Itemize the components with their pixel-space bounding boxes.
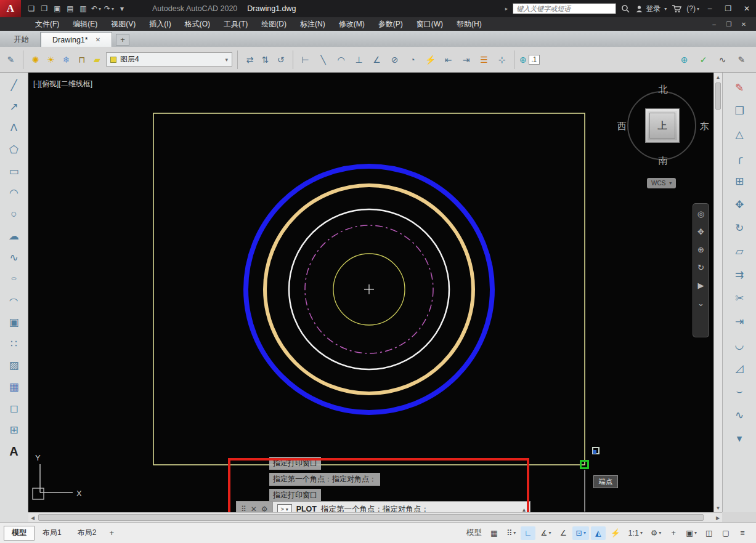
close-window-icon[interactable]: ✕ bbox=[738, 0, 756, 17]
curve-icon[interactable]: ∿ bbox=[715, 52, 730, 68]
menu-parametric[interactable]: 参数(P) bbox=[372, 17, 410, 31]
revcloud-tool-icon[interactable]: ☁ bbox=[5, 228, 23, 243]
showmotion-icon[interactable]: ▶ bbox=[696, 280, 707, 290]
text-tool-icon[interactable]: A bbox=[5, 444, 23, 459]
layer-freeze-icon[interactable]: ❄ bbox=[59, 52, 73, 68]
workspace-switching-icon-dropdown[interactable]: ▾ bbox=[659, 530, 661, 536]
tab-drawing1[interactable]: Drawing1* ✕ bbox=[41, 32, 112, 47]
viewcube-north-label[interactable]: 北 bbox=[659, 84, 668, 95]
dim-arc-icon[interactable]: ◠ bbox=[334, 52, 348, 68]
maximize-window-icon[interactable]: ❐ bbox=[719, 0, 738, 17]
more-tools-icon[interactable]: ▾ bbox=[730, 431, 749, 446]
layer-sun-icon[interactable]: ☀ bbox=[44, 52, 58, 68]
layer-select[interactable]: 图层4 ▾ bbox=[106, 52, 232, 66]
move-tool-icon[interactable]: ✥ bbox=[730, 197, 749, 212]
steering-wheel-icon[interactable]: ◎ bbox=[696, 209, 707, 219]
menu-draw[interactable]: 绘图(D) bbox=[254, 17, 293, 31]
customize-command-icon[interactable]: ⚙ bbox=[261, 505, 268, 512]
grip-icon[interactable]: ⠿ bbox=[241, 505, 246, 512]
open-file-icon[interactable]: ❐ bbox=[39, 2, 50, 15]
gradient-tool-icon[interactable]: ▦ bbox=[5, 379, 23, 394]
viewcube-west-label[interactable]: 西 bbox=[617, 121, 627, 132]
dim-perpendicular-icon[interactable]: ⊥ bbox=[352, 52, 366, 68]
rectangle-tool-icon[interactable]: ▭ bbox=[5, 164, 23, 179]
redo-icon[interactable]: ↷▾ bbox=[104, 2, 115, 15]
pan-icon[interactable]: ✥ bbox=[696, 227, 707, 236]
array-tool-icon[interactable]: ⊞ bbox=[730, 174, 749, 188]
scroll-down-icon[interactable]: ▼ bbox=[714, 504, 722, 512]
snap-mode-icon-dropdown[interactable]: ▾ bbox=[513, 530, 516, 536]
history-line[interactable]: 指定打印窗口 bbox=[269, 489, 321, 502]
command-bar-grip[interactable]: ⠿ ✕ ⚙ bbox=[236, 501, 272, 512]
hatch-tool-icon[interactable]: ▨ bbox=[5, 358, 23, 372]
search-collapse-icon[interactable]: ▸ bbox=[505, 6, 508, 12]
tab-layout2[interactable]: 布局2 bbox=[70, 526, 105, 541]
menu-modify[interactable]: 修改(M) bbox=[332, 17, 372, 31]
customize-quick-access-icon[interactable]: ▾ bbox=[116, 2, 128, 15]
snap-mode-icon[interactable]: ⠿▾ bbox=[503, 526, 519, 540]
edit-plus-icon[interactable]: ✎ bbox=[734, 52, 749, 68]
circle-tool-icon[interactable]: ○ bbox=[5, 207, 23, 222]
menu-edit[interactable]: 编辑(E) bbox=[66, 17, 104, 31]
save-file-icon[interactable]: ▣ bbox=[52, 2, 63, 15]
viewcube[interactable]: 北 西 东 南 上 bbox=[617, 82, 709, 181]
menu-help[interactable]: 帮助(H) bbox=[450, 17, 489, 31]
lock-ui-icon[interactable]: ▣▾ bbox=[683, 526, 700, 540]
layer-color-icon[interactable]: ▰ bbox=[90, 52, 104, 68]
history-line[interactable]: 指定第一个角点：指定对角点： bbox=[269, 473, 380, 486]
command-input[interactable]: >▾ PLOT 指定第一个角点：指定对角点： ▴ bbox=[272, 501, 530, 512]
undo-icon-dropdown[interactable]: ▾ bbox=[99, 6, 101, 12]
viewcube-cube[interactable]: 上 bbox=[645, 108, 680, 143]
polygon-tool-icon[interactable]: ⬠ bbox=[5, 142, 23, 157]
break-tool-icon[interactable]: ◡ bbox=[730, 337, 749, 352]
viewcube-east-label[interactable]: 东 bbox=[700, 121, 709, 132]
doc-restore-icon[interactable]: ❐ bbox=[723, 18, 735, 30]
rotate-tool-icon[interactable]: ↻ bbox=[730, 220, 749, 235]
previous-layer-icon[interactable]: ↺ bbox=[274, 52, 288, 68]
tab-model[interactable]: 模型 bbox=[4, 526, 35, 541]
tab-close-icon[interactable]: ✕ bbox=[96, 36, 100, 43]
viewcube-top-face[interactable]: 上 bbox=[649, 113, 675, 139]
isolate-objects-icon[interactable]: ◫ bbox=[702, 526, 717, 540]
object-snap-icon-dropdown[interactable]: ▾ bbox=[583, 530, 586, 536]
copy-tool-icon[interactable]: ❐ bbox=[730, 103, 749, 118]
dim-aligned-icon[interactable]: ╲ bbox=[316, 52, 330, 68]
model-space-toggle[interactable]: 模型 bbox=[463, 526, 485, 540]
layer-bulb-icon[interactable]: ✺ bbox=[28, 52, 43, 68]
plot-icon[interactable]: ▥ bbox=[78, 2, 89, 15]
app-logo-icon[interactable]: A bbox=[0, 0, 21, 17]
viewcube-south-label[interactable]: 南 bbox=[659, 155, 668, 167]
ortho-mode-icon[interactable]: ∟ bbox=[521, 526, 535, 540]
command-bar[interactable]: ⠿ ✕ ⚙ >▾ PLOT 指定第一个角点：指定对角点： ▴ bbox=[236, 501, 530, 512]
layer-lock-icon[interactable]: ⊓ bbox=[75, 52, 89, 68]
fillet-tool-icon[interactable]: ╭ bbox=[730, 150, 749, 165]
menu-dimension[interactable]: 标注(N) bbox=[293, 17, 332, 31]
lock-ui-icon-dropdown[interactable]: ▾ bbox=[694, 530, 697, 536]
table-tool-icon[interactable]: ⊞ bbox=[5, 422, 23, 437]
scale-tool-icon[interactable]: ▱ bbox=[730, 244, 749, 259]
menu-insert[interactable]: 插入(I) bbox=[142, 17, 177, 31]
save-as-icon[interactable]: ▤ bbox=[65, 2, 76, 15]
extend-tool-icon[interactable]: ⇥ bbox=[730, 314, 749, 329]
layer-match-icon[interactable]: ⇄ bbox=[243, 52, 257, 68]
polar-tracking-icon-dropdown[interactable]: ▾ bbox=[548, 530, 551, 536]
horizontal-scroll-thumb[interactable] bbox=[38, 514, 704, 521]
redo-icon-dropdown[interactable]: ▾ bbox=[112, 6, 114, 12]
quick-dim-icon[interactable]: ⚡ bbox=[423, 52, 437, 68]
viewport-controls-label[interactable]: [-][俯视][二维线框] bbox=[33, 79, 92, 89]
polar-tracking-icon[interactable]: ∡▾ bbox=[537, 526, 554, 540]
help-icon[interactable]: (?)▾ bbox=[686, 2, 699, 15]
point-tool-icon[interactable]: ∷ bbox=[5, 336, 23, 351]
tab-layout1[interactable]: 布局1 bbox=[35, 526, 70, 541]
dim-ordinate-icon[interactable]: ☰ bbox=[477, 52, 491, 68]
insert-block-tool-icon[interactable]: ▣ bbox=[5, 315, 23, 329]
scroll-right-icon[interactable]: ▶ bbox=[713, 513, 722, 523]
snap-value-box[interactable]: ⊕ .1 bbox=[519, 55, 540, 65]
add-layout-button[interactable]: + bbox=[105, 527, 118, 539]
cart-icon[interactable] bbox=[672, 4, 681, 13]
polyline-tool-icon[interactable]: Λ bbox=[5, 121, 23, 135]
search-input[interactable] bbox=[513, 3, 616, 14]
chamfer-tool-icon[interactable]: ◿ bbox=[730, 361, 749, 376]
snap-value-field[interactable]: .1 bbox=[529, 55, 540, 65]
menu-view[interactable]: 视图(V) bbox=[104, 17, 142, 31]
